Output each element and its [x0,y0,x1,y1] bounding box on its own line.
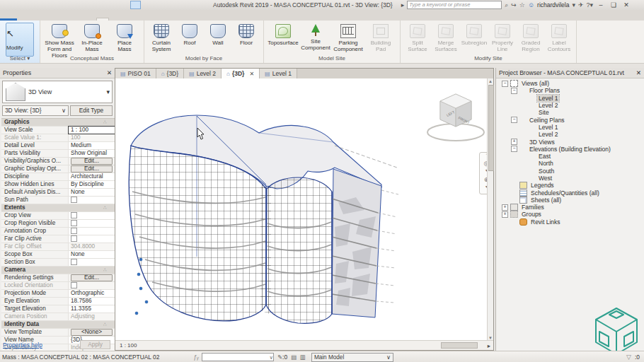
qat-icon[interactable] [161,1,171,9]
qat-icon[interactable] [61,1,70,9]
close-button[interactable]: ✕ [621,1,631,8]
qat-icon[interactable] [142,1,151,9]
property-row[interactable]: Camera [1,267,115,274]
vertical-scrollbar[interactable]: ▲ ▼ [487,78,493,341]
qat-icon[interactable] [31,1,40,9]
ribbon-button[interactable]: Graded Region [517,23,545,52]
property-row[interactable]: Rendering Settings Edit... [1,274,115,282]
tree-expand-icon[interactable]: − [511,88,517,94]
qat-icon[interactable] [91,1,100,9]
ribbon-button[interactable]: Split Surface [403,23,432,52]
view-tab-close-icon[interactable]: ✕ [249,71,254,77]
property-row[interactable]: Eye Elevation 18.7586 [1,298,115,305]
property-row[interactable]: Scale Value 1: 100 [1,134,115,142]
help-icon[interactable]: ?▾ [587,1,594,8]
tree-item[interactable]: − Floor Plans [496,87,644,94]
property-row[interactable]: Locked Orientation [1,282,115,290]
ribbon-button[interactable]: Show Mass Form and Floors [43,23,76,59]
properties-close-icon[interactable]: ✕ [107,68,112,78]
ribbon-button[interactable]: Merge Surfaces [432,23,460,52]
search-collapse-icon[interactable]: ▸ [401,1,405,8]
property-row[interactable]: Crop Region Visible [1,220,115,228]
status-input[interactable]: ∨ [202,353,274,361]
tree-item[interactable]: + Groups [496,211,644,218]
ribbon-button[interactable]: In-Place Mass [76,23,108,59]
ribbon-button[interactable]: Label Contours [545,23,573,52]
tree-expand-icon[interactable]: − [502,81,508,87]
view-tab[interactable]: ⌂ {3D} ✕ [222,69,260,78]
qat-icon[interactable] [21,1,30,9]
modify-button[interactable]: ↖ Modify [6,23,34,57]
design-options-dialog-icon[interactable]: ▥ [300,354,306,361]
tree-item[interactable]: South [496,168,644,175]
scroll-right-icon[interactable]: ▸ [485,342,493,349]
apply-button[interactable]: Apply [80,340,110,349]
ribbon-button[interactable]: Curtain System [147,23,176,52]
tree-item[interactable]: − Ceiling Plans [496,116,644,123]
property-row[interactable]: Parts Visibility Show Original [1,150,115,158]
search-input[interactable]: Type a keyword or phrase [407,1,502,9]
ribbon-button[interactable]: Site Component [299,23,332,52]
tree-expand-icon[interactable]: − [511,146,517,152]
property-row[interactable]: Show Hidden Lines By Discipline [1,181,115,189]
ribbon-button[interactable]: Roof [176,23,204,52]
view-tab[interactable]: ▤ PISO 01 [115,69,156,78]
tree-item[interactable]: Sheets (all) [496,197,644,204]
property-row[interactable]: Default Analysis Dis... None [1,189,115,197]
tree-item[interactable]: + Families [496,204,644,211]
ribbon-button[interactable]: Parking Component [332,23,364,52]
tree-item[interactable]: − Views (all) [496,80,644,87]
property-row[interactable]: Detail Level Medium [1,142,115,150]
tree-item[interactable]: Schedules/Quantities (all) [496,189,644,196]
tree-item[interactable]: North [496,160,644,167]
property-row[interactable]: Scope Box None [1,251,115,259]
tree-item[interactable]: Revit Links [496,218,644,226]
property-row[interactable]: Far Clip Offset 304.8000 [1,243,115,251]
tree-item[interactable]: Level 1 [496,95,644,102]
qat-icon[interactable] [81,1,90,9]
property-row[interactable]: Camera Position Adjusting [1,313,115,321]
qat-icon[interactable] [130,1,141,9]
user-dropdown-icon[interactable]: ▾ [572,1,575,8]
model-viewport[interactable]: LEFT FRONT ◦ ◎ ▾ ⊕ ▾ [115,78,488,341]
qat-icon[interactable] [41,1,50,9]
property-row[interactable]: View Scale 1 : 100 [1,127,115,134]
qat-icon[interactable] [110,1,120,9]
property-row[interactable]: Sun Path [1,197,115,204]
qat-icon[interactable] [100,1,110,9]
tree-expand-icon[interactable]: − [511,117,517,123]
scroll-up-icon[interactable]: ▲ [488,79,493,83]
ribbon-button[interactable]: Property Line [488,23,517,52]
ribbon-button[interactable]: Floor [232,23,260,52]
view-tab[interactable]: ▤ Level 1 [260,69,297,78]
tree-item[interactable]: Level 2 [496,131,644,138]
view-tab[interactable]: ▤ Level 2 [184,69,222,78]
property-row[interactable]: Discipline Architectural [1,173,115,181]
property-row[interactable]: Section Box [1,259,115,267]
ribbon-button[interactable]: Place Mass [108,23,141,59]
tree-item[interactable]: − Elevations (Building Elevation) [496,146,644,153]
property-row[interactable]: Projection Mode Orthographic [1,290,115,298]
tree-item[interactable]: Legends [496,182,644,189]
app-store-icon[interactable]: ✈ [578,1,584,8]
property-row[interactable]: Visibility/Graphics O... Edit... [1,158,115,165]
property-row[interactable]: Annotation Crop [1,228,115,235]
avatar-icon[interactable]: ☺ [528,1,534,8]
minimize-button[interactable]: – [596,1,606,8]
property-row[interactable]: Far Clip Active [1,235,115,243]
tree-item[interactable]: Level 2 [496,102,644,109]
tree-expand-icon[interactable]: + [502,204,508,211]
horizontal-scrollbar[interactable] [441,342,478,349]
view-tab[interactable]: ⌂ {3D} [156,69,184,78]
properties-help-link[interactable]: Properties help [3,341,42,349]
qat-icon[interactable] [151,1,161,9]
filter-icon[interactable]: ▽ [626,354,631,361]
edit-type-button[interactable]: Edit Type [70,105,113,116]
property-row[interactable]: Extents [1,204,115,212]
user-account-button[interactable]: richardvilela [537,1,569,8]
ribbon-button[interactable]: Building Pad [364,23,397,52]
view-selector-combo[interactable]: 3D View: {3D} ∨ [2,105,69,116]
property-row[interactable]: Graphic Display Opt... Edit... [1,165,115,173]
qat-icon[interactable] [71,1,80,9]
type-dropdown-icon[interactable]: ▾ [106,88,112,95]
